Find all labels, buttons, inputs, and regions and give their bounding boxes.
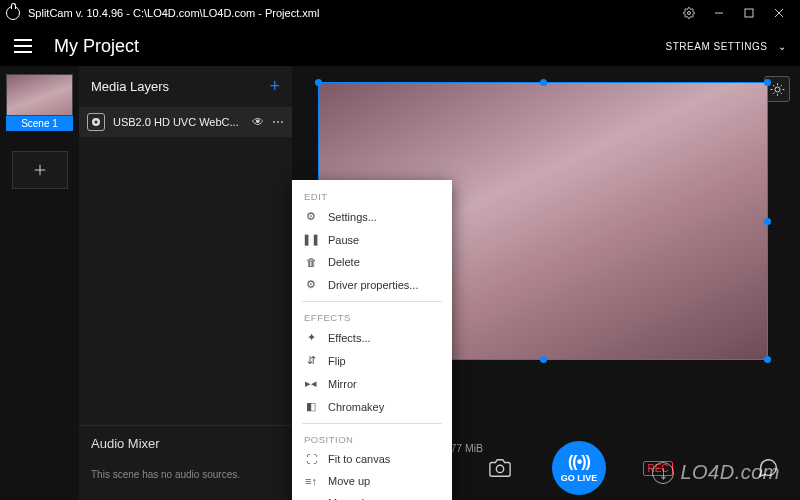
chevron-down-icon: ⌄ — [778, 41, 787, 52]
menu-item-driver-properties[interactable]: ⚙Driver properties... — [292, 273, 452, 296]
broadcast-icon: ((•)) — [568, 453, 590, 471]
resize-handle[interactable] — [764, 218, 771, 225]
svg-point-19 — [496, 465, 503, 472]
resize-handle[interactable] — [764, 79, 771, 86]
fit-icon: ⛶ — [304, 453, 318, 465]
menu-item-effects[interactable]: ✦Effects... — [292, 326, 452, 349]
project-title: My Project — [54, 36, 666, 57]
go-live-button[interactable]: ((•)) GO LIVE — [552, 441, 606, 495]
layer-more-button[interactable]: ⋯ — [272, 115, 284, 129]
maximize-button[interactable] — [734, 0, 764, 26]
menu-item-move-down[interactable]: ≡↓Move down — [292, 492, 452, 500]
app-logo-icon — [6, 6, 20, 20]
menu-item-fit-canvas[interactable]: ⛶Fit to canvas — [292, 448, 452, 470]
close-button[interactable] — [764, 0, 794, 26]
svg-point-9 — [775, 87, 780, 92]
flip-icon: ⇵ — [304, 354, 318, 367]
resize-handle[interactable] — [764, 356, 771, 363]
menu-item-mirror[interactable]: ▸◂Mirror — [292, 372, 452, 395]
mirror-icon: ▸◂ — [304, 377, 318, 390]
move-up-icon: ≡↑ — [304, 475, 318, 487]
minimize-button[interactable] — [704, 0, 734, 26]
audio-mixer-heading: Audio Mixer — [79, 425, 292, 461]
menu-section-header: EDIT — [292, 186, 452, 205]
scene-thumbnail — [6, 74, 73, 116]
trash-icon: 🗑 — [304, 256, 318, 268]
resize-handle[interactable] — [540, 356, 547, 363]
svg-line-17 — [780, 92, 781, 93]
menu-item-pause[interactable]: ❚❚Pause — [292, 228, 452, 251]
svg-line-15 — [773, 92, 774, 93]
svg-line-14 — [780, 85, 781, 86]
gear-icon: ⚙ — [304, 210, 318, 223]
menu-hamburger-icon[interactable] — [14, 39, 42, 53]
svg-line-16 — [773, 85, 774, 86]
watermark: ↓ LO4D.com — [652, 461, 780, 484]
pause-icon: ❚❚ — [304, 233, 318, 246]
menu-item-delete[interactable]: 🗑Delete — [292, 251, 452, 273]
svg-point-8 — [95, 121, 98, 124]
gear-icon: ⚙ — [304, 278, 318, 291]
stream-settings-label: STREAM SETTINGS — [666, 41, 768, 52]
media-layers-heading: Media Layers — [91, 79, 169, 94]
scene-label: Scene 1 — [6, 116, 73, 131]
menu-item-flip[interactable]: ⇵Flip — [292, 349, 452, 372]
watermark-icon: ↓ — [652, 462, 674, 484]
webcam-source-icon — [87, 113, 105, 131]
menu-section-header: POSITION — [292, 429, 452, 448]
window-titlebar: SplitCam v. 10.4.96 - C:\LO4D.com\LO4D.c… — [0, 0, 800, 26]
menu-section-header: EFFECTS — [292, 307, 452, 326]
add-scene-button[interactable] — [12, 151, 68, 189]
menu-item-move-up[interactable]: ≡↑Move up — [292, 470, 452, 492]
audio-empty-message: This scene has no audio sources. — [79, 461, 292, 500]
app-header: My Project STREAM SETTINGS ⌄ — [0, 26, 800, 66]
layer-context-menu: EDIT ⚙Settings... ❚❚Pause 🗑Delete ⚙Drive… — [292, 180, 452, 500]
window-title: SplitCam v. 10.4.96 - C:\LO4D.com\LO4D.c… — [28, 7, 674, 19]
svg-rect-2 — [745, 9, 753, 17]
resize-handle[interactable] — [315, 79, 322, 86]
chromakey-icon: ◧ — [304, 400, 318, 413]
visibility-toggle-icon[interactable]: 👁 — [252, 115, 264, 129]
snapshot-button[interactable] — [486, 454, 514, 482]
media-layers-panel: Media Layers + USB2.0 HD UVC WebC... 👁 ⋯… — [79, 66, 292, 500]
layer-item[interactable]: USB2.0 HD UVC WebC... 👁 ⋯ — [79, 107, 292, 137]
layer-name: USB2.0 HD UVC WebC... — [113, 116, 244, 128]
menu-item-chromakey[interactable]: ◧Chromakey — [292, 395, 452, 418]
scene-item[interactable]: Scene 1 — [6, 74, 73, 131]
add-layer-button[interactable]: + — [269, 76, 280, 97]
svg-point-0 — [688, 12, 691, 15]
scenes-column: Scene 1 — [0, 66, 79, 500]
menu-item-settings[interactable]: ⚙Settings... — [292, 205, 452, 228]
settings-gear-icon[interactable] — [674, 0, 704, 26]
resize-handle[interactable] — [540, 79, 547, 86]
stream-settings-button[interactable]: STREAM SETTINGS ⌄ — [666, 41, 786, 52]
go-live-label: GO LIVE — [561, 473, 598, 483]
sparkle-icon: ✦ — [304, 331, 318, 344]
